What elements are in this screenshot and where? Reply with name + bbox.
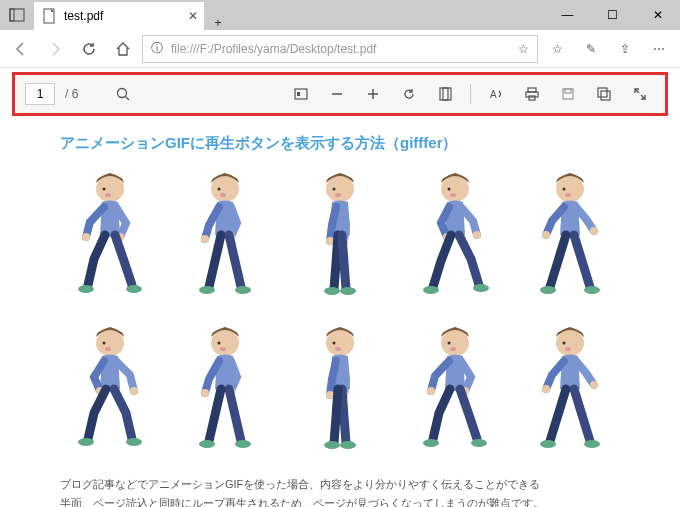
- save-icon[interactable]: [553, 79, 583, 109]
- walking-figure: [520, 167, 620, 297]
- tab-testpdf[interactable]: test.pdf ✕: [34, 2, 204, 30]
- svg-rect-10: [440, 88, 448, 100]
- address-bar: ⓘ file:///F:/Profiles/yama/Desktop/test.…: [0, 30, 680, 68]
- svg-point-64: [211, 330, 239, 356]
- search-icon[interactable]: [108, 79, 138, 109]
- svg-point-27: [78, 285, 94, 293]
- svg-rect-18: [598, 88, 607, 97]
- svg-point-46: [473, 231, 481, 239]
- share-button[interactable]: ⇪: [610, 34, 640, 64]
- svg-point-49: [423, 286, 439, 294]
- svg-point-55: [584, 286, 600, 294]
- walking-figure: [175, 167, 275, 297]
- figure-row-1: [60, 167, 620, 297]
- svg-point-57: [96, 330, 124, 356]
- tabs-sidebar-icon[interactable]: [0, 0, 34, 30]
- maximize-button[interactable]: ☐: [590, 0, 635, 30]
- svg-point-28: [126, 285, 142, 293]
- walking-figure: [405, 321, 505, 451]
- svg-point-32: [201, 235, 209, 243]
- svg-point-85: [556, 330, 584, 356]
- paragraph-2: 半面、ページ読込と同時にループ再生されるため、ページが見づらくなってしまうのが難…: [60, 494, 620, 507]
- svg-point-75: [326, 391, 334, 399]
- svg-point-71: [326, 330, 354, 356]
- favorites-button[interactable]: ☆: [542, 34, 572, 64]
- svg-point-90: [540, 440, 556, 448]
- page-title: アニメーションGIFに再生ボタンを表示する方法（gifffer）: [60, 134, 620, 153]
- svg-point-80: [450, 347, 456, 351]
- layout-icon[interactable]: [430, 79, 460, 109]
- svg-rect-19: [601, 91, 610, 100]
- svg-point-65: [218, 342, 221, 345]
- svg-point-69: [235, 440, 251, 448]
- print-icon[interactable]: [517, 79, 547, 109]
- svg-point-45: [450, 193, 456, 197]
- zoom-out-icon[interactable]: [322, 79, 352, 109]
- walking-figure: [405, 167, 505, 297]
- fullscreen-icon[interactable]: [625, 79, 655, 109]
- svg-rect-0: [10, 9, 24, 21]
- svg-point-72: [333, 342, 336, 345]
- back-button[interactable]: [6, 34, 36, 64]
- forward-button[interactable]: [40, 34, 70, 64]
- notes-button[interactable]: ✎: [576, 34, 606, 64]
- url-field[interactable]: ⓘ file:///F:/Profiles/yama/Desktop/test.…: [142, 35, 538, 63]
- svg-point-51: [563, 188, 566, 191]
- svg-point-30: [218, 188, 221, 191]
- svg-rect-5: [295, 89, 307, 99]
- new-tab-button[interactable]: +: [204, 16, 232, 30]
- info-icon[interactable]: ⓘ: [151, 40, 163, 57]
- paragraph-1: ブログ記事などでアニメーションGIFを使った場合、内容をより分かりやすく伝えるこ…: [60, 475, 620, 494]
- fit-page-icon[interactable]: [286, 79, 316, 109]
- svg-point-50: [556, 176, 584, 202]
- svg-text:A: A: [490, 89, 497, 100]
- svg-point-59: [105, 347, 111, 351]
- svg-rect-15: [529, 96, 535, 100]
- svg-point-84: [471, 439, 487, 447]
- svg-rect-1: [10, 9, 14, 21]
- svg-point-56: [540, 286, 556, 294]
- svg-point-88: [542, 385, 550, 393]
- svg-point-3: [118, 89, 127, 98]
- url-text: file:///F:/Profiles/yama/Desktop/test.pd…: [171, 42, 510, 56]
- rotate-icon[interactable]: [394, 79, 424, 109]
- svg-point-53: [590, 227, 598, 235]
- walking-figure: [290, 321, 390, 451]
- close-window-button[interactable]: ✕: [635, 0, 680, 30]
- walking-figure: [60, 321, 160, 451]
- svg-point-87: [565, 347, 571, 351]
- pdf-content: アニメーションGIFに再生ボタンを表示する方法（gifffer） ブログ記事など…: [0, 122, 680, 507]
- svg-point-44: [448, 188, 451, 191]
- svg-rect-17: [565, 89, 571, 93]
- svg-point-37: [333, 188, 336, 191]
- minimize-button[interactable]: —: [545, 0, 590, 30]
- svg-point-77: [324, 441, 340, 449]
- svg-line-4: [126, 97, 130, 101]
- svg-point-63: [78, 438, 94, 446]
- svg-point-31: [220, 193, 226, 197]
- refresh-button[interactable]: [74, 34, 104, 64]
- walking-figure: [290, 167, 390, 297]
- svg-point-52: [565, 193, 571, 197]
- svg-point-22: [96, 176, 124, 202]
- svg-point-25: [82, 233, 90, 241]
- save-as-icon[interactable]: [589, 79, 619, 109]
- walking-figure: [60, 167, 160, 297]
- tab-close-icon[interactable]: ✕: [188, 9, 198, 23]
- svg-point-23: [103, 188, 106, 191]
- svg-rect-6: [297, 92, 300, 96]
- home-button[interactable]: [108, 34, 138, 64]
- page-number-input[interactable]: [25, 83, 55, 105]
- svg-point-66: [220, 347, 226, 351]
- svg-point-38: [335, 193, 341, 197]
- zoom-in-icon[interactable]: [358, 79, 388, 109]
- svg-point-70: [199, 440, 215, 448]
- read-aloud-icon[interactable]: A: [481, 79, 511, 109]
- svg-point-60: [130, 387, 138, 395]
- svg-point-86: [563, 342, 566, 345]
- page-count: / 6: [65, 87, 78, 101]
- more-button[interactable]: ⋯: [644, 34, 674, 64]
- star-icon[interactable]: ☆: [518, 42, 529, 56]
- walking-figure: [175, 321, 275, 451]
- titlebar: test.pdf ✕ + — ☐ ✕: [0, 0, 680, 30]
